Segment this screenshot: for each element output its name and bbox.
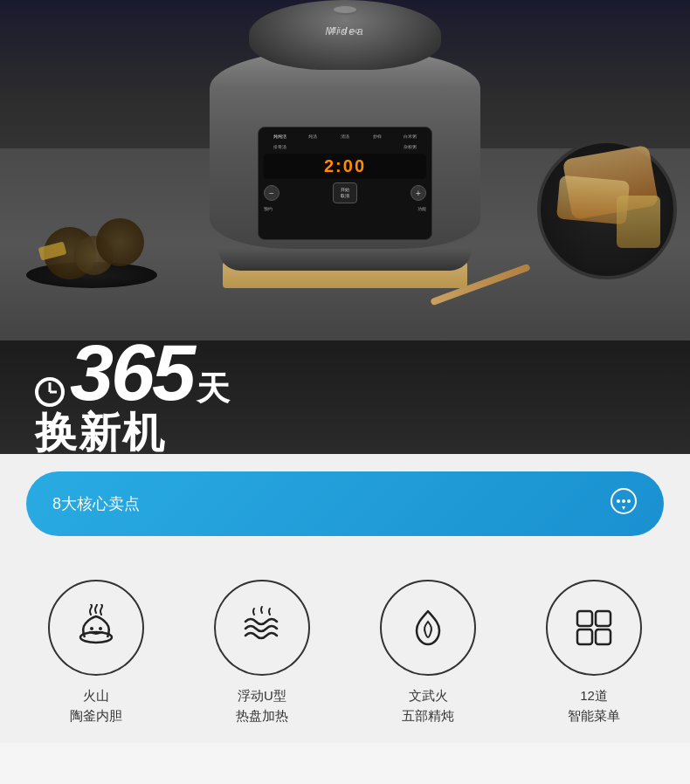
brand-text: Midea — [328, 24, 362, 35]
menu-item-5: 白米粥 — [395, 133, 426, 140]
menu-item-8 — [329, 143, 361, 150]
menu-item-7 — [296, 143, 328, 150]
flame-icon — [404, 604, 452, 652]
bottom-row: 预约 功能 — [264, 206, 426, 211]
svg-point-2 — [622, 499, 625, 503]
menu-item-10: 杂粮粥 — [395, 143, 426, 150]
volcano-icon-circle — [48, 580, 144, 676]
promo-number-row: 365 天 — [35, 334, 230, 415]
feature-label-grid: 12道 智能菜单 — [568, 686, 620, 726]
right-plate — [537, 140, 677, 279]
blue-pill[interactable]: 8大核心卖点 — [26, 471, 664, 536]
feature-label-wave: 浮动U型 热盘加热 — [236, 686, 288, 726]
chat-icon — [610, 487, 638, 520]
hero-section: 炖炖活 炖汤 清汤 炒样 白米粥 排骨汤 杂粮粥 2:00 — [0, 0, 690, 340]
svg-rect-10 — [596, 629, 611, 644]
promo-number: 365 — [70, 334, 193, 412]
func-label[interactable]: 功能 — [417, 206, 426, 211]
control-row: − 开始取消 + — [264, 182, 426, 203]
menu-grid-2: 排骨汤 杂粮粥 — [264, 143, 426, 150]
menu-item-4: 炒样 — [362, 133, 393, 140]
svg-point-1 — [617, 499, 620, 503]
time-display: 2:00 — [324, 156, 366, 176]
promo-section: 365 天 换新机 — [0, 340, 690, 454]
svg-point-5 — [90, 627, 93, 630]
promo-unit: 天 — [197, 372, 230, 405]
menu-item-9 — [362, 143, 393, 150]
feature-flame: 文武火 五部精炖 — [349, 580, 507, 726]
feature-grid: 12道 智能菜单 — [515, 580, 673, 726]
menu-item-2: 炖汤 — [296, 133, 328, 140]
features-grid: 火山 陶釜内胆 浮动U型 热盘加热 — [17, 580, 673, 726]
grid-icon — [570, 604, 618, 652]
flame-icon-circle — [380, 580, 476, 676]
svg-point-3 — [627, 499, 631, 503]
pill-text: 8大核心卖点 — [52, 493, 140, 514]
svg-rect-7 — [577, 611, 592, 626]
menu-item-3: 清汤 — [329, 133, 361, 140]
grid-icon-circle — [546, 580, 642, 676]
svg-rect-8 — [596, 611, 611, 626]
cooker-body: 炖炖活 炖汤 清汤 炒样 白米粥 排骨汤 杂粮粥 2:00 — [210, 48, 480, 249]
feature-label-volcano: 火山 陶釜内胆 — [70, 686, 122, 726]
wave-icon-circle — [214, 580, 310, 676]
svg-point-6 — [99, 627, 102, 630]
control-panel: 炖炖活 炖汤 清汤 炒样 白米粥 排骨汤 杂粮粥 2:00 — [258, 127, 432, 240]
menu-item-1: 炖炖活 — [264, 133, 295, 140]
minus-button[interactable]: − — [264, 185, 279, 201]
menu-grid: 炖炖活 炖汤 清汤 炒样 白米粥 — [264, 133, 426, 140]
left-plate — [26, 262, 157, 288]
preset-label[interactable]: 预约 — [264, 206, 273, 211]
promo-content: 365 天 换新机 — [35, 334, 230, 462]
clock-icon — [35, 377, 65, 414]
pill-section: 8大核心卖点 — [0, 454, 690, 554]
feature-volcano: 火山 陶釜内胆 — [17, 580, 175, 726]
cooker-lid: Midea — [249, 0, 441, 70]
feature-label-flame: 文武火 五部精炖 — [402, 686, 454, 726]
svg-rect-9 — [577, 629, 592, 644]
start-cancel-button[interactable]: 开始取消 — [333, 182, 357, 203]
volcano-icon — [72, 604, 121, 652]
pressure-cooker: 炖炖活 炖汤 清汤 炒样 白米粥 排骨汤 杂粮粥 2:00 — [197, 0, 493, 271]
plus-button[interactable]: + — [411, 185, 426, 201]
wave-icon — [238, 604, 286, 652]
time-display-area: 2:00 — [264, 154, 426, 179]
feature-wave: 浮动U型 热盘加热 — [183, 580, 341, 726]
features-section: 火山 陶釜内胆 浮动U型 热盘加热 — [0, 554, 690, 743]
menu-item-6: 排骨汤 — [264, 143, 295, 150]
